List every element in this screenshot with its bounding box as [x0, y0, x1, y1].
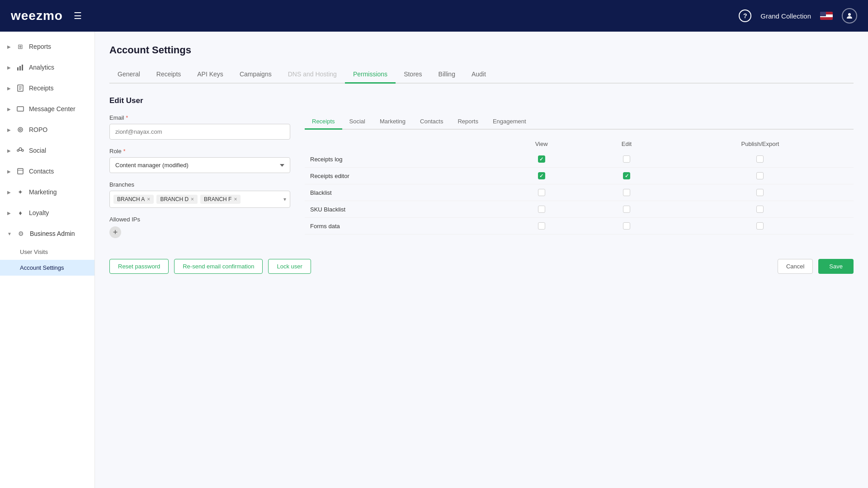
sidebar-item-label: Marketing	[29, 188, 57, 196]
resend-email-button[interactable]: Re-send email confirmation	[174, 259, 263, 274]
message-center-icon	[16, 105, 24, 113]
branches-label: Branches	[109, 181, 290, 188]
perm-row-label: Receipts log	[305, 151, 496, 168]
sidebar-item-analytics[interactable]: ▶ Analytics	[0, 57, 94, 78]
logo: weezmo	[11, 9, 63, 23]
col-header-edit: Edit	[586, 137, 667, 151]
marketing-icon: ✦	[16, 188, 24, 196]
flag-icon	[820, 12, 833, 20]
lock-user-button[interactable]: Lock user	[268, 259, 311, 274]
table-row: Blacklist	[305, 184, 854, 201]
reset-password-button[interactable]: Reset password	[109, 259, 169, 274]
checkbox-receipts-editor-view[interactable]	[538, 172, 545, 179]
sidebar-sub-label: User Visits	[20, 249, 48, 255]
save-button[interactable]: Save	[818, 259, 854, 274]
svg-rect-1	[17, 67, 19, 70]
checkbox-receipts-editor-publish[interactable]	[756, 172, 764, 179]
table-row: Forms data	[305, 218, 854, 235]
checkbox-sku-blacklist-edit[interactable]	[623, 206, 630, 213]
social-icon	[16, 146, 24, 155]
tab-api-keys[interactable]: API Keys	[189, 66, 231, 84]
table-row: Receipts log	[305, 151, 854, 168]
sidebar-item-ropo[interactable]: ▶ ROPO	[0, 119, 94, 140]
sidebar-item-message-center[interactable]: ▶ Message Center	[0, 99, 94, 119]
checkbox-forms-data-publish[interactable]	[756, 222, 764, 230]
email-input[interactable]	[109, 124, 290, 140]
help-icon[interactable]: ?	[739, 9, 751, 22]
table-row: SKU Blacklist	[305, 201, 854, 218]
checkbox-blacklist-publish[interactable]	[756, 189, 764, 196]
perm-tabs: Receipts Social Marketing Contacts Repor…	[305, 114, 854, 130]
perm-row-label: Receipts editor	[305, 168, 496, 184]
contacts-icon	[16, 167, 24, 175]
arrow-icon: ▶	[7, 86, 11, 91]
sidebar-item-contacts[interactable]: ▶ Contacts	[0, 161, 94, 182]
branch-remove-icon[interactable]: ×	[234, 196, 237, 202]
dropdown-arrow-icon[interactable]: ▾	[283, 196, 286, 202]
sidebar-item-label: ROPO	[29, 126, 47, 133]
arrow-icon: ▶	[7, 127, 11, 132]
business-admin-icon: ⚙	[17, 230, 25, 238]
perm-tab-engagement[interactable]: Engagement	[486, 114, 533, 130]
perm-tab-marketing[interactable]: Marketing	[373, 114, 413, 130]
checkbox-forms-data-edit[interactable]	[623, 222, 630, 230]
checkbox-blacklist-view[interactable]	[538, 189, 545, 196]
checkbox-sku-blacklist-view[interactable]	[538, 206, 545, 213]
tab-stores[interactable]: Stores	[396, 66, 430, 84]
tab-permissions[interactable]: Permissions	[345, 66, 396, 84]
sidebar-sub-item-account-settings[interactable]: Account Settings	[0, 260, 94, 276]
branches-container[interactable]: BRANCH A × BRANCH D × BRANCH F × ▾	[109, 191, 290, 208]
tab-receipts[interactable]: Receipts	[148, 66, 189, 84]
col-header-item	[305, 137, 496, 151]
cancel-button[interactable]: Cancel	[778, 259, 813, 274]
ropo-icon	[16, 126, 24, 134]
sidebar-sub-label: Account Settings	[20, 264, 64, 271]
branch-tag-f: BRANCH F ×	[200, 195, 241, 204]
sidebar-item-marketing[interactable]: ▶ ✦ Marketing	[0, 182, 94, 202]
tab-campaigns[interactable]: Campaigns	[231, 66, 280, 84]
receipts-icon	[16, 84, 24, 92]
tab-general[interactable]: General	[109, 66, 148, 84]
branch-remove-icon[interactable]: ×	[191, 196, 194, 202]
sidebar-item-loyalty[interactable]: ▶ ♦ Loyalty	[0, 202, 94, 223]
hamburger-icon[interactable]: ☰	[74, 10, 82, 21]
checkbox-receipts-log-view[interactable]	[538, 155, 545, 163]
checkbox-receipts-log-publish[interactable]	[756, 155, 764, 163]
perm-tab-reports[interactable]: Reports	[450, 114, 486, 130]
perm-tab-contacts[interactable]: Contacts	[413, 114, 450, 130]
branch-tag-d: BRANCH D ×	[156, 195, 198, 204]
allowed-ips-label: Allowed IPs	[109, 216, 290, 223]
navbar: weezmo ☰ ? Grand Collection	[0, 0, 868, 32]
email-group: Email *	[109, 114, 290, 140]
checkbox-blacklist-edit[interactable]	[623, 189, 630, 196]
sidebar-item-reports[interactable]: ▶ ⊞ Reports	[0, 36, 94, 57]
brand-name: Grand Collection	[760, 12, 811, 20]
svg-point-0	[848, 13, 851, 16]
sidebar-item-receipts[interactable]: ▶ Receipts	[0, 78, 94, 99]
bottom-right-buttons: Cancel Save	[778, 259, 854, 274]
sidebar-sub-item-user-visits[interactable]: User Visits	[0, 244, 94, 260]
tab-audit[interactable]: Audit	[463, 66, 494, 84]
branch-remove-icon[interactable]: ×	[147, 196, 150, 202]
sidebar-item-business-admin[interactable]: ▼ ⚙ Business Admin	[0, 223, 94, 244]
svg-point-11	[19, 148, 22, 150]
perm-tab-receipts[interactable]: Receipts	[305, 114, 342, 130]
sidebar-item-label: Message Center	[29, 105, 75, 113]
add-ip-button[interactable]: +	[109, 226, 121, 238]
user-avatar-icon[interactable]	[842, 8, 857, 23]
edit-user-title: Edit User	[109, 96, 854, 105]
perm-row-label: SKU Blacklist	[305, 201, 496, 218]
tabs-bar: General Receipts API Keys Campaigns DNS …	[109, 66, 854, 84]
tab-billing[interactable]: Billing	[430, 66, 463, 84]
perm-tab-social[interactable]: Social	[342, 114, 373, 130]
arrow-icon: ▶	[7, 211, 11, 216]
role-select[interactable]: Content manager (modified)	[109, 157, 290, 173]
sidebar-item-social[interactable]: ▶ Social	[0, 140, 94, 161]
checkbox-receipts-log-edit[interactable]	[623, 155, 630, 163]
checkbox-sku-blacklist-publish[interactable]	[756, 206, 764, 213]
checkbox-forms-data-view[interactable]	[538, 222, 545, 230]
svg-point-10	[19, 129, 21, 131]
action-buttons-bar: Reset password Re-send email confirmatio…	[109, 259, 854, 274]
allowed-ips-group: Allowed IPs +	[109, 216, 290, 238]
checkbox-receipts-editor-edit[interactable]	[623, 172, 630, 179]
